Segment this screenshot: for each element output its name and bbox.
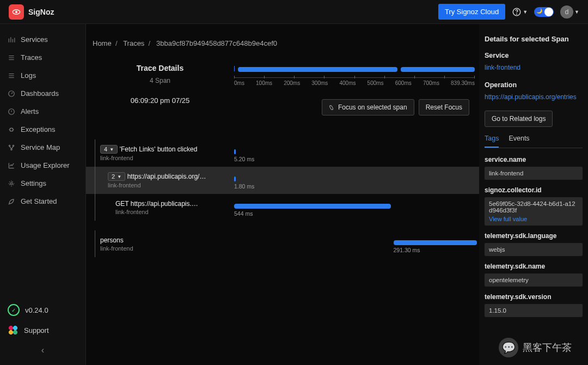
- nav-label: Logs: [21, 71, 36, 80]
- nav-label: Dashboards: [21, 89, 59, 98]
- axis-tick-label: 400ms: [339, 80, 356, 86]
- span-name: GET https://api.publicapis.…: [115, 200, 198, 208]
- operation-label: Operation: [485, 81, 583, 89]
- tab-tags[interactable]: Tags: [485, 135, 499, 148]
- help-dropdown[interactable]: ▼: [512, 7, 528, 17]
- span-duration: 291.30 ms: [394, 247, 420, 253]
- span-row[interactable]: GET https://api.publicapis.…link-fronten…: [86, 194, 479, 221]
- nav-item-alerts[interactable]: Alerts: [0, 102, 85, 120]
- tag-value: opentelemetry: [485, 273, 583, 287]
- app-name: SigNoz: [28, 8, 54, 16]
- span-bar[interactable]: [234, 177, 236, 181]
- span-row[interactable]: 2 ▼ https://api.publicapis.org/…link-fro…: [86, 167, 479, 194]
- span-count-chip[interactable]: 4 ▼: [100, 145, 118, 154]
- axis-tick-label: 600ms: [395, 80, 412, 86]
- span-row[interactable]: 4 ▼ 'Fetch Links' button clickedlink-fro…: [86, 139, 479, 167]
- tag-value: 5e69f05c-32d8-4424-b6d1-a12d946d3f3fView…: [485, 197, 583, 226]
- theme-toggle[interactable]: [534, 7, 554, 17]
- svg-point-3: [517, 14, 517, 14]
- chevron-down-icon: ▼: [117, 174, 121, 179]
- list-icon: [8, 72, 15, 80]
- tag-key: signoz.collector.id: [485, 186, 583, 194]
- main-content: Home / Traces / 3bba9cf87b949458d877c648…: [86, 24, 479, 365]
- breadcrumb-trace-id: 3bba9cf87b949458d877c648b9e4cef0: [156, 39, 277, 47]
- focus-selected-button[interactable]: Focus on selected span: [322, 99, 414, 115]
- gauge-icon: [8, 90, 15, 98]
- slack-icon: [8, 325, 19, 336]
- span-duration: 544 ms: [234, 210, 253, 217]
- avatar: d: [560, 5, 573, 19]
- breadcrumb-home[interactable]: Home: [93, 39, 112, 47]
- trace-title: Trace Details: [86, 64, 234, 72]
- span-service: link-frontend: [115, 209, 234, 215]
- svg-point-1: [15, 11, 17, 13]
- view-full-value-link[interactable]: View full value: [489, 216, 578, 222]
- reset-focus-button[interactable]: Reset Focus: [419, 99, 469, 115]
- svg-point-8: [13, 145, 14, 146]
- nav-item-services[interactable]: Services: [0, 31, 85, 48]
- breadcrumb: Home / Traces / 3bba9cf87b949458d877c648…: [86, 24, 479, 57]
- axis-tick-label: 839.30ms: [451, 80, 475, 86]
- axis-tick-label: 0ms: [234, 80, 244, 86]
- span-row[interactable]: personslink-frontend291.30 ms: [86, 230, 479, 257]
- svg-point-7: [9, 145, 10, 146]
- logo-icon: [9, 4, 24, 20]
- axis-tick-label: 100ms: [256, 80, 272, 86]
- span-bar[interactable]: [394, 240, 477, 245]
- axis-tick-label: 500ms: [367, 80, 384, 86]
- chart-icon: [8, 162, 15, 169]
- operation-link[interactable]: https://api.publicapis.org/entries: [485, 93, 583, 101]
- bars-icon: [8, 36, 15, 44]
- rocket-icon: [8, 198, 15, 205]
- service-link[interactable]: link-frontend: [485, 64, 583, 71]
- svg-point-10: [10, 182, 13, 185]
- span-count-chip[interactable]: 2 ▼: [108, 172, 125, 181]
- span-bar[interactable]: [234, 149, 236, 154]
- nav-item-settings[interactable]: Settings: [0, 174, 85, 192]
- tag-key: telemetry.sdk.version: [485, 293, 583, 301]
- breadcrumb-traces[interactable]: Traces: [123, 39, 144, 47]
- version-row: ✓ v0.24.0: [8, 300, 78, 320]
- nav-item-usage-explorer[interactable]: Usage Explorer: [0, 156, 85, 174]
- axis-tick-label: 300ms: [311, 80, 328, 86]
- app-logo: SigNoz: [9, 4, 54, 20]
- try-cloud-button[interactable]: Try Signoz Cloud: [438, 4, 505, 20]
- nav-item-service-map[interactable]: Service Map: [0, 138, 85, 156]
- alert-icon: [8, 108, 15, 115]
- span-service: link-frontend: [108, 182, 234, 188]
- chevron-down-icon: ▼: [109, 147, 114, 152]
- nav-label: Service Map: [21, 143, 60, 151]
- svg-point-9: [11, 149, 12, 150]
- details-panel: Details for selected Span Service link-f…: [479, 24, 588, 365]
- nav-label: Traces: [21, 53, 42, 62]
- tag-value: 1.15.0: [485, 304, 583, 317]
- check-icon: ✓: [8, 304, 20, 316]
- tag-value: webjs: [485, 243, 583, 256]
- nav-item-get-started[interactable]: Get Started: [0, 192, 85, 210]
- span-bar[interactable]: [234, 204, 391, 209]
- support-label: Support: [24, 326, 49, 334]
- list-icon: [8, 54, 15, 62]
- time-axis: 0ms100ms200ms300ms400ms500ms600ms700ms83…: [234, 77, 475, 86]
- version-label: v0.24.0: [25, 306, 48, 314]
- related-logs-button[interactable]: Go to Related logs: [485, 111, 553, 127]
- nav-item-dashboards[interactable]: Dashboards: [0, 84, 85, 102]
- collapse-sidebar-button[interactable]: ‹: [8, 340, 78, 355]
- tag-value: link-frontend: [485, 167, 583, 180]
- nav-item-traces[interactable]: Traces: [0, 48, 85, 66]
- tag-key: telemetry.sdk.language: [485, 232, 583, 240]
- gear-icon: [8, 180, 15, 187]
- map-icon: [8, 144, 15, 151]
- span-count: 4 Span: [86, 77, 234, 84]
- nav-item-exceptions[interactable]: Exceptions: [0, 120, 85, 138]
- tag-key: telemetry.sdk.name: [485, 263, 583, 270]
- support-link[interactable]: Support: [8, 320, 78, 340]
- axis-tick-label: 700ms: [423, 80, 439, 86]
- nav-item-logs[interactable]: Logs: [0, 66, 85, 84]
- topbar: SigNoz Try Signoz Cloud ▼ d ▼: [0, 0, 588, 24]
- tab-events[interactable]: Events: [509, 135, 529, 148]
- user-menu[interactable]: d ▼: [560, 5, 579, 19]
- nav-label: Get Started: [21, 197, 57, 205]
- nav-label: Settings: [21, 179, 46, 187]
- overview-chart[interactable]: [234, 67, 475, 72]
